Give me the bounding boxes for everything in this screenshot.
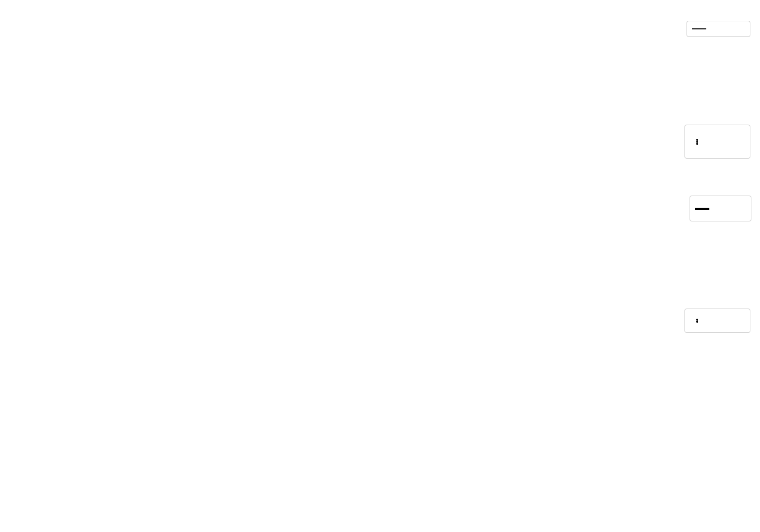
- legend-row: [690, 321, 745, 323]
- legend-point-status-top: [685, 125, 750, 159]
- legend-mag-agasc: [687, 21, 750, 37]
- plot-canvas: [0, 0, 760, 532]
- black-dot-icon: [696, 321, 698, 323]
- legend-row: [695, 209, 746, 210]
- green-line-icon: [692, 28, 706, 29]
- legend-row: [690, 143, 745, 145]
- black-dot-icon: [696, 143, 698, 145]
- ok-dot-sample: [690, 321, 705, 323]
- mag-line-sample: [695, 209, 710, 210]
- red-line-icon: [695, 209, 709, 210]
- figure: [0, 0, 760, 532]
- ok-dot-sample: [690, 143, 705, 145]
- agasc-line-sample: [692, 28, 707, 29]
- legend-row: [692, 28, 745, 29]
- legend-mag-lines: [690, 196, 751, 221]
- legend-point-status-middle: [685, 309, 750, 333]
